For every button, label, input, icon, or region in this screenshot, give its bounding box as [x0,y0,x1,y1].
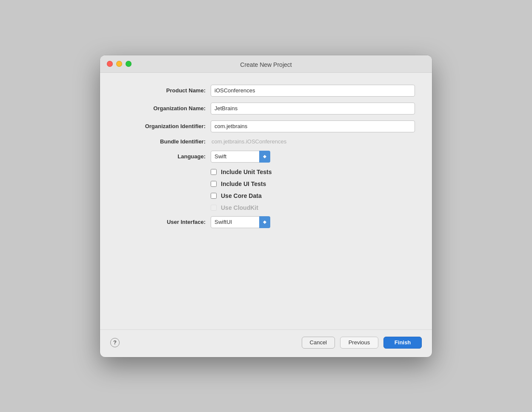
ui-tests-label[interactable]: Include UI Tests [221,180,266,187]
org-id-input[interactable] [211,120,415,132]
maximize-button[interactable] [126,61,132,67]
help-button[interactable]: ? [110,338,120,347]
user-interface-select-wrapper: SwiftUI Storyboard [211,216,270,228]
create-project-dialog: Create New Project Product Name: Organiz… [100,55,432,357]
checkbox-group: Include Unit Tests Include UI Tests Use … [211,169,415,211]
ui-tests-row: Include UI Tests [211,180,415,187]
bundle-id-value: com.jetbrains.iOSConferences [211,138,415,145]
user-interface-row: User Interface: SwiftUI Storyboard [117,216,415,228]
finish-button[interactable]: Finish [383,337,422,349]
product-name-input[interactable] [211,85,415,97]
user-interface-label: User Interface: [117,219,211,225]
bundle-id-row: Bundle Identifier: com.jetbrains.iOSConf… [117,138,415,145]
unit-tests-label[interactable]: Include Unit Tests [221,169,272,175]
previous-button[interactable]: Previous [340,337,378,349]
cloudkit-label: Use CloudKit [221,204,258,211]
product-name-label: Product Name: [117,87,211,94]
org-id-label: Organization Identifier: [117,123,211,129]
bundle-id-label: Bundle Identifier: [117,138,211,145]
form-content: Product Name: Organization Name: Organiz… [100,73,432,329]
spacer [117,234,415,319]
close-button[interactable] [107,61,113,67]
core-data-row: Use Core Data [211,192,415,199]
unit-tests-checkbox[interactable] [211,169,217,175]
cancel-button[interactable]: Cancel [302,337,335,349]
footer-left: ? [110,338,120,347]
window-controls [107,61,132,67]
org-id-row: Organization Identifier: [117,120,415,132]
core-data-checkbox[interactable] [211,193,217,199]
title-bar: Create New Project [100,55,432,73]
minimize-button[interactable] [116,61,122,67]
footer-right: Cancel Previous Finish [302,337,422,349]
language-select-wrapper: Swift Objective-C [211,151,270,163]
user-interface-select[interactable]: SwiftUI Storyboard [211,216,270,228]
product-name-row: Product Name: [117,85,415,97]
language-select[interactable]: Swift Objective-C [211,151,270,163]
cloudkit-checkbox [211,205,217,211]
cloudkit-row: Use CloudKit [211,204,415,211]
footer: ? Cancel Previous Finish [100,329,432,357]
dialog-title: Create New Project [240,61,292,68]
core-data-label[interactable]: Use Core Data [221,192,262,199]
org-name-input[interactable] [211,103,415,114]
org-name-label: Organization Name: [117,105,211,112]
ui-tests-checkbox[interactable] [211,181,217,187]
language-row: Language: Swift Objective-C [117,151,415,163]
language-label: Language: [117,153,211,160]
unit-tests-row: Include Unit Tests [211,169,415,175]
org-name-row: Organization Name: [117,103,415,114]
